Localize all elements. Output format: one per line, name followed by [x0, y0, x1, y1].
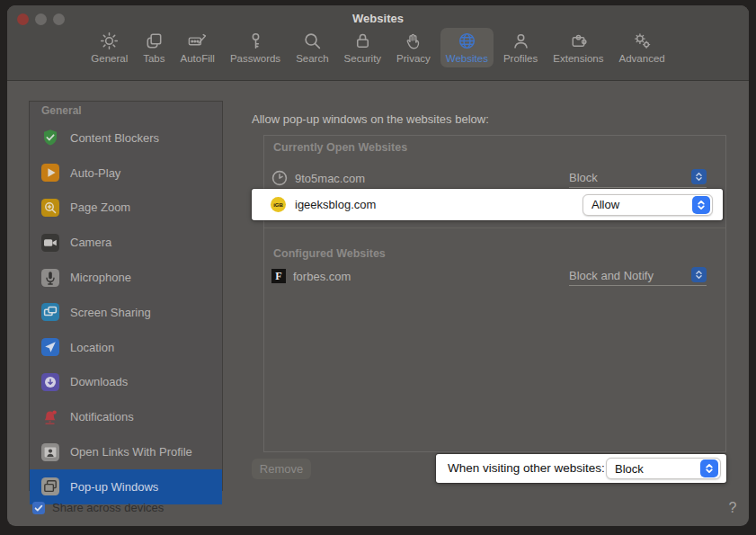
sidebar-item-label: Pop-up Windows: [70, 480, 158, 494]
checkbox-checked-icon: [32, 502, 45, 514]
tab-autofill[interactable]: AutoFill: [175, 28, 220, 67]
lock-icon: [352, 31, 373, 51]
globe-icon: [457, 31, 477, 51]
stepper-icon: [691, 267, 707, 282]
sidebar-item-label: Auto-Play: [70, 166, 120, 180]
safari-settings-window: Websites General Tabs AutoFill Passwords: [7, 5, 749, 526]
tab-security[interactable]: Security: [339, 28, 387, 67]
magnifier-icon: [302, 31, 323, 51]
sidebar-item-label: Notifications: [70, 410, 134, 424]
sidebar-item-downloads[interactable]: Downloads: [30, 365, 222, 400]
sidebar-item-content-blockers[interactable]: Content Blockers: [30, 120, 222, 156]
bell-icon: [41, 408, 59, 426]
titlebar: Websites General Tabs AutoFill Passwords: [7, 5, 749, 81]
tab-label: Extensions: [553, 53, 603, 64]
policy-value: Block: [615, 462, 644, 476]
tab-label: Privacy: [396, 53, 431, 64]
policy-dropdown-igeeksblog[interactable]: Allow: [583, 194, 713, 216]
person-icon: [511, 31, 531, 51]
navigation-arrow-icon: [41, 338, 59, 356]
site-row-forbes[interactable]: F forbes.com: [271, 266, 351, 286]
sidebar-item-auto-play[interactable]: Auto-Play: [30, 156, 222, 191]
tab-tabs[interactable]: Tabs: [138, 28, 170, 67]
currently-open-websites-header: Currently Open Websites: [273, 141, 407, 154]
sidebar-item-location[interactable]: Location: [30, 330, 222, 365]
tab-general[interactable]: General: [85, 28, 133, 67]
sidebar-item-label: Microphone: [70, 271, 131, 284]
tab-privacy[interactable]: Privacy: [391, 28, 436, 67]
tab-label: Tabs: [143, 53, 165, 64]
tab-websites-selected[interactable]: Websites: [440, 28, 494, 67]
popup-settings-heading: Allow pop-up windows on the websites bel…: [252, 112, 489, 126]
screenshot-stage: Websites General Tabs AutoFill Passwords: [0, 0, 756, 535]
tab-label: Search: [296, 53, 328, 64]
stepper-icon: [691, 169, 707, 184]
sidebar-rows: Content Blockers Auto-Play Page Zoom Cam…: [30, 120, 222, 504]
window-title: Websites: [7, 12, 749, 25]
sidebar-group-label: General: [41, 104, 82, 117]
hand-icon: [403, 31, 423, 51]
forbes-favicon: F: [271, 269, 286, 283]
policy-value: Allow: [591, 198, 619, 211]
group-separator: [264, 227, 725, 228]
tab-label: Security: [344, 53, 382, 64]
sidebar-item-screen-sharing[interactable]: Screen Sharing: [30, 295, 222, 330]
sidebar-item-label: Downloads: [70, 375, 128, 388]
share-across-devices-label: Share across devices: [52, 501, 164, 514]
favicon-text: F: [275, 270, 281, 283]
sidebar-item-microphone[interactable]: Microphone: [30, 260, 222, 295]
sidebar-item-label: Open Links With Profile: [70, 445, 192, 459]
sidebar-item-label: Content Blockers: [70, 131, 159, 145]
site-label: forbes.com: [293, 270, 351, 283]
sidebar-item-page-zoom[interactable]: Page Zoom: [30, 191, 222, 226]
help-button[interactable]: ?: [725, 500, 740, 516]
tabs-icon: [144, 31, 165, 51]
sidebar: General Content Blockers Auto-Play Page …: [29, 101, 223, 491]
tab-extensions[interactable]: Extensions: [547, 28, 609, 67]
sidebar-item-label: Camera: [70, 236, 111, 249]
sidebar-item-label: Location: [70, 341, 114, 354]
sidebar-item-label: Screen Sharing: [70, 306, 151, 319]
tab-search[interactable]: Search: [290, 28, 334, 67]
sidebar-item-camera[interactable]: Camera: [30, 225, 222, 260]
policy-dropdown-9to5mac[interactable]: Block: [569, 168, 707, 188]
igeeksblog-favicon: iGB: [271, 197, 286, 212]
other-websites-dropdown[interactable]: Block: [606, 458, 721, 479]
puzzle-icon: [568, 31, 589, 51]
tab-label: Profiles: [503, 53, 538, 64]
highlighted-other-websites-setting: When visiting other websites: Block: [436, 454, 726, 483]
preferences-toolbar: General Tabs AutoFill Passwords Search: [7, 28, 749, 67]
screens-icon: [41, 303, 59, 321]
9to5mac-favicon: [271, 170, 288, 186]
tab-label: Passwords: [230, 53, 280, 64]
sidebar-item-open-links-with-profile[interactable]: Open Links With Profile: [30, 434, 222, 469]
tab-advanced[interactable]: Advanced: [614, 28, 671, 67]
tab-passwords[interactable]: Passwords: [225, 28, 286, 67]
tab-label: General: [91, 53, 128, 64]
highlighted-row-igeeksblog[interactable]: iGB igeeksblog.com Allow: [252, 189, 723, 220]
portrait-icon: [41, 443, 59, 461]
gears-icon: [632, 31, 653, 51]
autofill-icon: [187, 31, 208, 51]
play-icon: [41, 164, 59, 182]
favicon-text: iGB: [273, 202, 283, 208]
sidebar-item-popup-windows-selected[interactable]: Pop-up Windows: [30, 469, 222, 504]
shield-check-icon: [41, 129, 59, 147]
policy-dropdown-forbes[interactable]: Block and Notify: [569, 266, 707, 286]
popup-windows-icon: [41, 477, 59, 495]
tab-label: AutoFill: [181, 53, 215, 64]
other-websites-label: When visiting other websites:: [448, 461, 605, 475]
site-label: 9to5mac.com: [295, 172, 365, 185]
tab-label: Websites: [446, 53, 488, 64]
sidebar-item-notifications[interactable]: Notifications: [30, 399, 222, 434]
share-across-devices-checkbox[interactable]: Share across devices: [32, 501, 164, 514]
site-label: igeeksblog.com: [295, 198, 376, 211]
stepper-icon: [692, 196, 710, 214]
magnifier-plus-icon: [41, 199, 59, 217]
remove-button[interactable]: Remove: [252, 459, 311, 479]
tab-profiles[interactable]: Profiles: [498, 28, 543, 67]
sidebar-item-label: Page Zoom: [70, 201, 130, 214]
key-icon: [245, 31, 266, 51]
site-row-9to5mac[interactable]: 9to5mac.com: [271, 168, 365, 188]
stepper-icon: [700, 459, 718, 477]
